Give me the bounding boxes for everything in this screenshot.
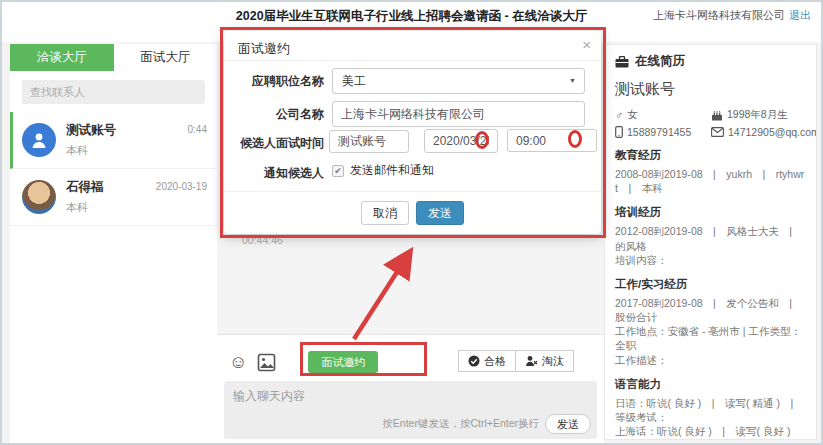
- birthday-cake-icon: [711, 110, 723, 121]
- contact-degree: 本科: [66, 143, 205, 158]
- person-remove-icon: [525, 355, 538, 367]
- contact-search-input[interactable]: [22, 80, 205, 104]
- cancel-button[interactable]: 取消: [361, 201, 409, 225]
- sidebar-tabs: 洽谈大厅 面试大厅: [10, 44, 217, 71]
- eliminate-button[interactable]: 淘汰: [516, 350, 574, 372]
- position-label: 应聘职位名称: [224, 73, 324, 90]
- contact-avatar: [22, 123, 56, 157]
- candidate-phone: 15889791455: [627, 126, 691, 138]
- tab-interview-hall[interactable]: 面试大厅: [114, 44, 218, 71]
- contact-search-wrap: [10, 71, 217, 112]
- notify-label: 通知候选人: [224, 165, 324, 182]
- send-invite-button[interactable]: 发送: [416, 201, 464, 225]
- candidate-email: 14712905@qq.com: [728, 126, 817, 138]
- candidate-name: 测试账号: [615, 80, 806, 99]
- contact-name: 测试账号: [66, 122, 205, 139]
- resume-panel: 在线简历 测试账号 ♂ 女 1998年8月生: [604, 44, 817, 440]
- chat-timestamp: 00:44:46: [242, 234, 283, 246]
- chat-message-input[interactable]: [224, 381, 597, 415]
- notify-checkbox-row[interactable]: ✔ 发送邮件和通知: [332, 162, 434, 179]
- interview-invite-modal: 面试邀约 × 应聘职位名称 美工 ▼ 公司名称 候选人面试时间 通知候选人 ✔ …: [224, 31, 601, 234]
- candidate-gender: 女: [627, 108, 638, 122]
- candidate-birth: 1998年8月生: [727, 108, 788, 122]
- candidate-input[interactable]: [329, 130, 409, 153]
- candidate-info: ♂ 女 1998年8月生: [615, 108, 806, 138]
- contact-row-test-account[interactable]: 测试账号 本科 0:44: [10, 112, 217, 169]
- qualify-button[interactable]: 合格: [458, 350, 516, 372]
- checkbox-checked-icon[interactable]: ✔: [332, 165, 344, 177]
- gender-icon: ♂: [615, 109, 623, 121]
- contact-time: 0:44: [188, 124, 207, 135]
- contact-degree: 本科: [66, 200, 205, 215]
- modal-title: 面试邀约: [238, 41, 290, 56]
- chat-input-area: 按Enter键发送，按Ctrl+Enter换行 发送: [224, 381, 597, 439]
- decision-button-group: 合格 淘汰: [458, 350, 574, 372]
- resume-section-training: 培训经历 2012-08到2019-08 | 风格士大夫 | 的风格 培训内容：: [615, 205, 806, 267]
- company-name: 上海卡斗网络科技有限公司: [653, 9, 785, 21]
- resume-section-education: 教育经历 2008-08到2019-08 | yukrh | rtyhwr t …: [615, 148, 806, 195]
- image-upload-icon[interactable]: [257, 353, 276, 372]
- contact-row-shidefu[interactable]: 石得福 本科 2020-03-19: [10, 169, 217, 226]
- company-input[interactable]: [332, 101, 585, 127]
- notify-checkbox-label: 发送邮件和通知: [350, 162, 434, 179]
- chat-toolbar: ☺ 面试邀约 合格: [229, 350, 596, 374]
- interview-time-label: 候选人面试时间: [224, 135, 324, 152]
- position-select[interactable]: 美工 ▼: [332, 68, 585, 94]
- contact-time: 2020-03-19: [156, 181, 207, 192]
- person-cartoon-icon: [29, 130, 49, 150]
- send-shortcut-hint: 按Enter键发送，按Ctrl+Enter换行: [382, 417, 539, 431]
- header-account: 上海卡斗网络科技有限公司退出: [653, 8, 811, 23]
- chat-send-button[interactable]: 发送: [545, 414, 591, 434]
- phone-icon: [615, 126, 623, 138]
- app-window: 2020届毕业生互联网电子行业线上招聘会邀请函 - 在线洽谈大厅 上海卡斗网络科…: [0, 0, 823, 445]
- chevron-down-icon: ▼: [569, 77, 576, 84]
- resume-section-work: 工作/实习经历 2017-08到2019-08 | 发个公告和 | 股份合计 工…: [615, 277, 806, 367]
- resume-section-language: 语言能力 日语：听说( 良好 ) | 读写( 精通 ) | 等级考试： 上海话：…: [615, 377, 806, 439]
- close-icon[interactable]: ×: [582, 36, 591, 53]
- email-icon: [711, 127, 724, 137]
- interview-hour-input[interactable]: [507, 129, 597, 152]
- briefcase-icon: [615, 56, 629, 68]
- emoji-icon[interactable]: ☺: [229, 352, 247, 372]
- contact-avatar: [22, 180, 56, 214]
- logout-link[interactable]: 退出: [789, 9, 811, 21]
- interview-date-input[interactable]: [424, 129, 498, 153]
- check-circle-icon: [468, 355, 480, 367]
- company-label: 公司名称: [224, 106, 324, 123]
- contacts-sidebar: 洽谈大厅 面试大厅 测试账号 本科 0:44 石得福 本科: [10, 44, 217, 443]
- interview-invite-button[interactable]: 面试邀约: [308, 351, 378, 373]
- chat-input-card: ☺ 面试邀约 合格: [217, 334, 604, 443]
- resume-panel-title: 在线简历: [635, 53, 685, 70]
- tab-negotiation-hall[interactable]: 洽谈大厅: [10, 44, 114, 71]
